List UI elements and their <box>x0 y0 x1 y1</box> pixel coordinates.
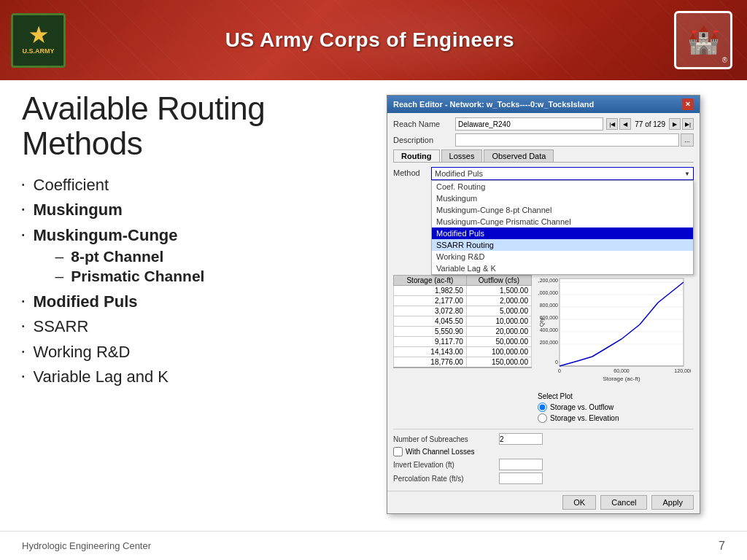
svg-text:1,000,000: 1,000,000 <box>538 290 558 295</box>
dropdown-item-working-rd[interactable]: Working R&D <box>432 251 693 262</box>
tab-routing[interactable]: Routing <box>393 149 440 162</box>
army-star-icon: ★ <box>29 26 47 46</box>
invert-elev-input[interactable] <box>499 459 543 470</box>
description-expand-button[interactable]: ... <box>681 133 694 147</box>
tabs-row: Routing Losses Observed Data <box>393 149 694 163</box>
storage-outflow-table: Storage (ac-ft) Outflow (cfs) 1,982.501,… <box>393 275 532 368</box>
bullet-text: Coefficient <box>34 175 109 196</box>
dropdown-item-muskingum-prismatic[interactable]: Muskingum-Cunge Prismatic Channel <box>432 216 693 228</box>
invert-elev-row: Invert Elevation (ft) <box>393 459 694 470</box>
storage-outflow-chart: 1,200,000 1,000,000 800,000 600,000 400,… <box>538 275 691 388</box>
col-header-outflow: Outflow (cfs) <box>466 276 531 286</box>
table-row: 1,982.501,500.00 <box>394 286 532 296</box>
cell[interactable]: 150,000.00 <box>466 357 531 368</box>
footer-left-text: Hydrologic Engineering Center <box>22 540 151 551</box>
cancel-button[interactable]: Cancel <box>600 495 647 510</box>
radio-storage-elevation-row: Storage vs. Elevation <box>538 413 694 423</box>
table-row: 3,072.805,000.00 <box>394 306 532 316</box>
radio-storage-outflow-label: Storage vs. Outflow <box>550 403 614 411</box>
cell[interactable]: 10,000.00 <box>466 316 531 327</box>
bullet-dot: • <box>22 181 25 189</box>
cell[interactable]: 50,000.00 <box>466 337 531 347</box>
table-row: 14,143.00100,000.00 <box>394 347 532 357</box>
cell[interactable]: 5,000.00 <box>466 306 531 316</box>
nav-last-button[interactable]: ▶| <box>682 118 694 130</box>
cell[interactable]: 2,177.00 <box>394 296 467 306</box>
dropdown-item-muskingum-8pt[interactable]: Muskingum-Cunge 8-pt Channel <box>432 204 693 216</box>
table-chart-section: Storage (ac-ft) Outflow (cfs) 1,982.501,… <box>393 275 694 424</box>
bullet-text: Modified Puls <box>34 292 138 313</box>
ok-button[interactable]: OK <box>562 495 596 510</box>
cell[interactable]: 1,500.00 <box>466 286 531 296</box>
channel-losses-checkbox[interactable] <box>393 447 403 456</box>
left-panel: Available Routing Methods • Coefficient … <box>22 91 387 520</box>
apply-button[interactable]: Apply <box>651 495 694 510</box>
tab-observed-data[interactable]: Observed Data <box>484 149 554 162</box>
svg-rect-0 <box>560 279 684 366</box>
description-input[interactable] <box>455 133 679 147</box>
svg-text:Qty: Qty <box>538 318 545 327</box>
bullet-text: Muskingum-Cunge <box>34 226 178 244</box>
page-number: 7 <box>719 540 725 553</box>
nav-prev-button[interactable]: ◀ <box>619 118 631 130</box>
dropdown-item-ssarr[interactable]: SSARR Routing <box>432 239 693 251</box>
bullet-text: Muskingum <box>34 200 123 221</box>
bullet-dot: • <box>22 373 25 381</box>
footer: Hydrologic Engineering Center 7 <box>0 531 747 560</box>
nav-next-button[interactable]: ▶ <box>669 118 681 130</box>
cell[interactable]: 14,143.00 <box>394 347 467 357</box>
percolation-rate-label: Percolation Rate (ft/s) <box>393 475 499 483</box>
castle-logo: 🏰 ® <box>674 11 732 69</box>
dialog-titlebar: Reach Editor - Network: w_Tocks----0:w_T… <box>387 96 700 113</box>
subreaches-input[interactable] <box>499 433 543 445</box>
dropdown-item-coef[interactable]: Coef. Routing <box>432 181 693 192</box>
invert-elev-label: Invert Elevation (ft) <box>393 461 499 469</box>
sub-list-item: – 8-pt Channel <box>55 248 205 265</box>
bullet-list: • Coefficient • Muskingum • Muskingum-Cu… <box>22 175 372 388</box>
chart-select-area: Select Plot Storage vs. Outflow Storage … <box>538 392 694 423</box>
dropdown-item-variable-lag[interactable]: Variable Lag & K <box>432 262 693 274</box>
cell[interactable]: 3,072.80 <box>394 306 467 316</box>
svg-text:400,000: 400,000 <box>540 327 558 332</box>
dropdown-item-muskingum[interactable]: Muskingum <box>432 192 693 204</box>
nav-first-button[interactable]: |◀ <box>606 118 618 130</box>
subreaches-row: Number of Subreaches <box>393 433 694 445</box>
list-item: • SSARR <box>22 316 372 338</box>
dialog-close-button[interactable]: ✕ <box>682 98 694 110</box>
cell[interactable]: 20,000.00 <box>466 327 531 337</box>
svg-text:800,000: 800,000 <box>540 303 558 308</box>
percolation-rate-input[interactable] <box>499 472 543 484</box>
header-title-area: US Army Corps of Engineers <box>66 28 674 52</box>
bullet-dot: • <box>22 231 25 239</box>
select-plot-label: Select Plot <box>538 392 694 400</box>
cell[interactable]: 9,117.70 <box>394 337 467 347</box>
cell[interactable]: 1,982.50 <box>394 286 467 296</box>
bullet-dot: • <box>22 322 25 330</box>
subreaches-label: Number of Subreaches <box>393 435 499 443</box>
table-row: 5,550.9020,000.00 <box>394 327 532 337</box>
cell[interactable]: 2,000.00 <box>466 296 531 306</box>
cell[interactable]: 18,776.00 <box>394 357 467 368</box>
bullet-dot: • <box>22 348 25 356</box>
radio-storage-outflow[interactable] <box>538 402 547 412</box>
list-item: • Variable Lag and K <box>22 367 372 388</box>
sub-dash: – <box>55 248 64 265</box>
list-item: • Coefficient <box>22 175 372 196</box>
army-logo: ★ U.S.ARMY <box>11 13 66 68</box>
svg-text:120,000: 120,000 <box>674 368 691 373</box>
svg-text:Storage (ac-ft): Storage (ac-ft) <box>603 376 640 382</box>
reach-name-input[interactable] <box>455 117 603 131</box>
channel-losses-label: With Channel Losses <box>406 448 475 456</box>
dialog-footer: OK Cancel Apply <box>387 491 700 513</box>
cell[interactable]: 100,000.00 <box>466 347 531 357</box>
method-select-button[interactable]: Modified Puls ▼ <box>431 167 694 180</box>
radio-storage-elevation-label: Storage vs. Elevation <box>550 414 619 422</box>
cell[interactable]: 5,550.90 <box>394 327 467 337</box>
radio-storage-elevation[interactable] <box>538 413 547 423</box>
dropdown-item-modified-puls[interactable]: Modified Puls <box>432 228 693 239</box>
tab-losses[interactable]: Losses <box>441 149 483 162</box>
sub-list-item: – Prismatic Channel <box>55 268 205 285</box>
bottom-fields: Number of Subreaches With Channel Losses… <box>393 429 694 484</box>
cell[interactable]: 4,045.50 <box>394 316 467 327</box>
description-label: Description <box>393 136 455 144</box>
